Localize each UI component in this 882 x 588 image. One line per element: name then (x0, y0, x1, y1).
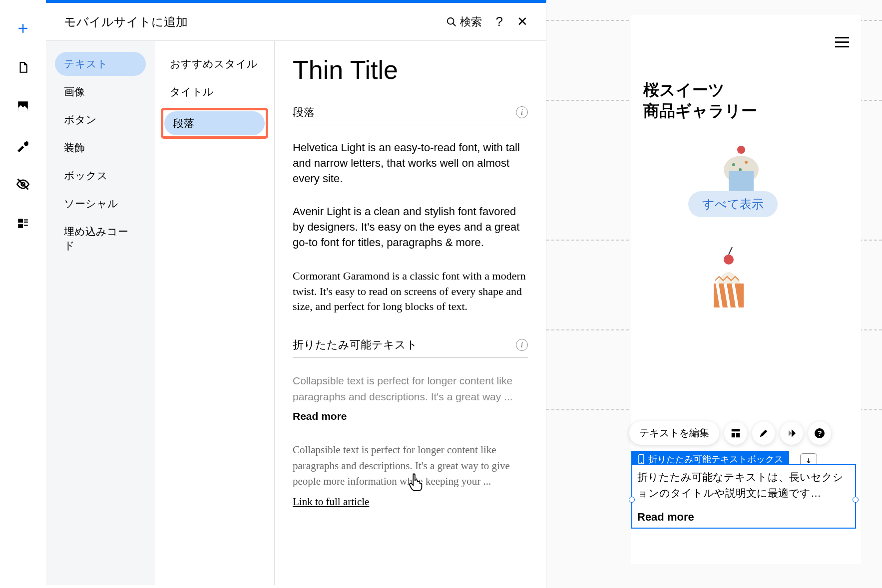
svg-rect-11 (729, 171, 754, 191)
close-icon[interactable]: ✕ (517, 14, 528, 29)
selected-element-label: 折りたたみ可能テキストボックス (648, 453, 783, 465)
cupcake-graphic-1[interactable] (716, 142, 766, 197)
floating-toolbar: テキストを編集 ? (629, 421, 831, 445)
category-column: テキスト 画像 ボタン 装飾 ボックス ソーシャル 埋め込みコード (46, 41, 155, 585)
svg-point-16 (724, 255, 734, 265)
search-icon (446, 16, 457, 27)
svg-rect-5 (24, 222, 28, 223)
section-header-label: 折りたたみ可能テキスト (293, 337, 418, 352)
info-icon[interactable]: i (516, 339, 528, 351)
image-section-icon[interactable] (14, 98, 31, 115)
selected-text-content[interactable]: 折りたたみ可能なテキストは、長いセクションのタイトルや説明文に最適です… (637, 469, 850, 501)
svg-point-15 (739, 168, 742, 171)
svg-point-14 (745, 161, 748, 164)
design-icon[interactable] (752, 422, 775, 445)
panel-title: モバイルサイトに追加 (64, 14, 188, 30)
hide-icon[interactable] (14, 176, 31, 193)
category-image[interactable]: 画像 (55, 80, 146, 104)
subcategory-title[interactable]: タイトル (161, 80, 268, 104)
collapsible-sample-2[interactable]: Collapsible text is perfect for longer c… (293, 442, 528, 490)
cupcake-graphic-2[interactable] (696, 245, 761, 319)
svg-rect-4 (24, 219, 28, 220)
hamburger-icon[interactable] (835, 37, 849, 47)
category-text[interactable]: テキスト (55, 52, 146, 76)
subcategory-column: おすすめスタイル タイトル 段落 (155, 41, 275, 585)
tutorial-highlight: 段落 (161, 108, 268, 139)
collapsible-section-header: 折りたたみ可能テキスト i (293, 332, 528, 358)
category-box[interactable]: ボックス (55, 164, 146, 188)
panel-header: モバイルサイトに追加 検索 ? ✕ (46, 3, 546, 41)
helvetica-sample[interactable]: Helvetica Light is an easy-to-read font,… (293, 140, 528, 186)
section-header-label: 段落 (293, 105, 315, 120)
category-social[interactable]: ソーシャル (55, 192, 146, 216)
help-round-icon[interactable]: ? (808, 422, 831, 445)
mobile-title-line2: 商品ギャラリー (643, 102, 757, 120)
left-rail (0, 0, 46, 588)
garamond-sample[interactable]: Cormorant Garamond is a classic font wit… (293, 269, 528, 314)
panel-header-actions: 検索 ? ✕ (446, 14, 528, 29)
svg-rect-22 (732, 429, 740, 431)
svg-rect-24 (736, 433, 740, 437)
add-icon[interactable] (14, 20, 31, 37)
subcategory-paragraph[interactable]: 段落 (164, 111, 265, 135)
avenir-sample[interactable]: Avenir Light is a clean and stylish font… (293, 204, 528, 250)
panel-body: テキスト 画像 ボタン 装飾 ボックス ソーシャル 埋め込みコード おすすめスタ… (46, 41, 546, 585)
mobile-title-line1: 桜スイーツ (643, 81, 725, 99)
page-icon[interactable] (14, 59, 31, 76)
svg-rect-6 (18, 224, 23, 228)
svg-rect-23 (732, 433, 735, 437)
svg-rect-7 (24, 225, 28, 226)
category-button[interactable]: ボタン (55, 108, 146, 132)
read-more-link[interactable]: Read more (293, 410, 528, 422)
svg-point-8 (447, 17, 453, 24)
svg-point-13 (732, 163, 735, 166)
layers-icon[interactable] (14, 215, 31, 232)
edit-text-button[interactable]: テキストを編集 (629, 421, 719, 445)
search-label: 検索 (460, 14, 482, 29)
svg-point-12 (737, 146, 745, 154)
search-button[interactable]: 検索 (446, 14, 482, 29)
thin-title-sample[interactable]: Thin Title (293, 55, 528, 85)
svg-rect-3 (18, 219, 23, 223)
svg-text:?: ? (817, 429, 822, 437)
collapsible-sample-1[interactable]: Collapsible text is perfect for longer c… (293, 373, 528, 404)
layout-icon[interactable] (724, 422, 747, 445)
paragraph-section-header: 段落 i (293, 100, 528, 125)
link-to-full-article[interactable]: Link to full article (293, 496, 528, 508)
svg-point-28 (641, 462, 642, 463)
preview-column: Thin Title 段落 i Helvetica Light is an ea… (275, 41, 546, 585)
category-embed[interactable]: 埋め込みコード (55, 220, 146, 258)
selected-read-more[interactable]: Read more (637, 511, 850, 524)
animation-icon[interactable] (780, 422, 803, 445)
help-icon[interactable]: ? (496, 14, 503, 29)
mobile-page-title[interactable]: 桜スイーツ 商品ギャラリー (643, 80, 849, 121)
category-decoration[interactable]: 装飾 (55, 136, 146, 160)
selected-collapsible-textbox[interactable]: 折りたたみ可能なテキストは、長いセクションのタイトルや説明文に最適です… Rea… (631, 464, 856, 529)
add-panel: モバイルサイトに追加 検索 ? ✕ テキスト 画像 ボタン 装飾 ボックス ソー… (46, 0, 546, 588)
mobile-icon (637, 454, 645, 464)
wrench-icon[interactable] (14, 137, 31, 154)
info-icon[interactable]: i (516, 106, 528, 118)
svg-line-17 (729, 247, 732, 255)
svg-line-9 (452, 23, 455, 26)
subcategory-recommended[interactable]: おすすめスタイル (161, 52, 268, 76)
